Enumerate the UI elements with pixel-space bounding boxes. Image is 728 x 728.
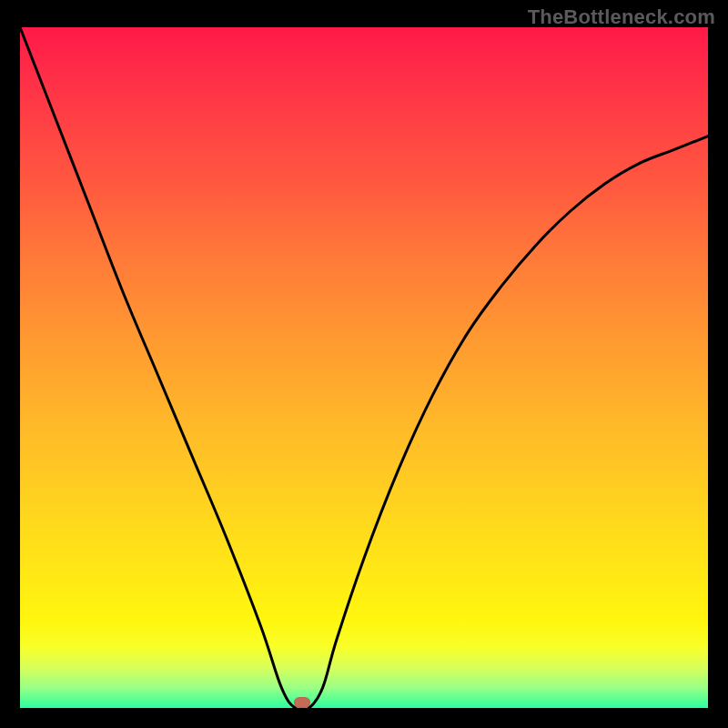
optimum-marker [294, 697, 310, 708]
chart-frame: TheBottleneck.com [0, 0, 728, 728]
watermark-text: TheBottleneck.com [528, 5, 715, 29]
plot-area [20, 27, 708, 708]
curve-path [20, 27, 708, 708]
bottleneck-curve [20, 27, 708, 708]
